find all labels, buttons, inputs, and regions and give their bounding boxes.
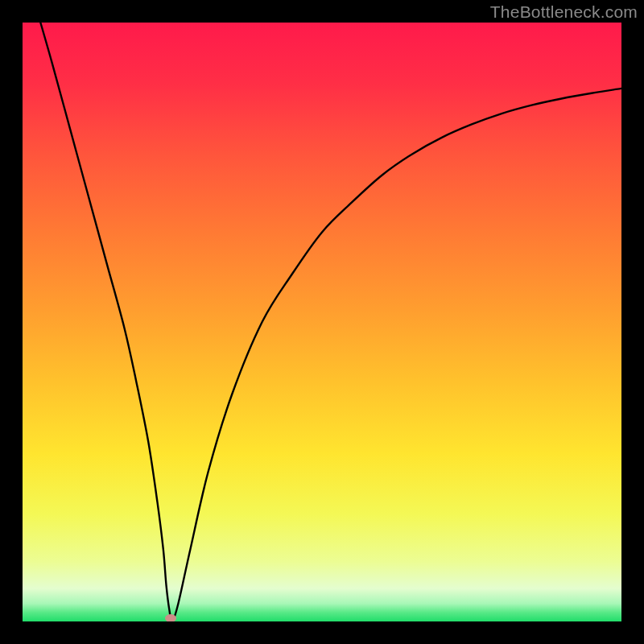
watermark-text: TheBottleneck.com — [490, 2, 638, 22]
plot-area — [23, 23, 621, 621]
min-marker-dot — [165, 614, 176, 621]
curve-layer — [23, 23, 621, 621]
bottleneck-curve — [40, 23, 621, 621]
chart-frame: TheBottleneck.com — [0, 0, 644, 644]
